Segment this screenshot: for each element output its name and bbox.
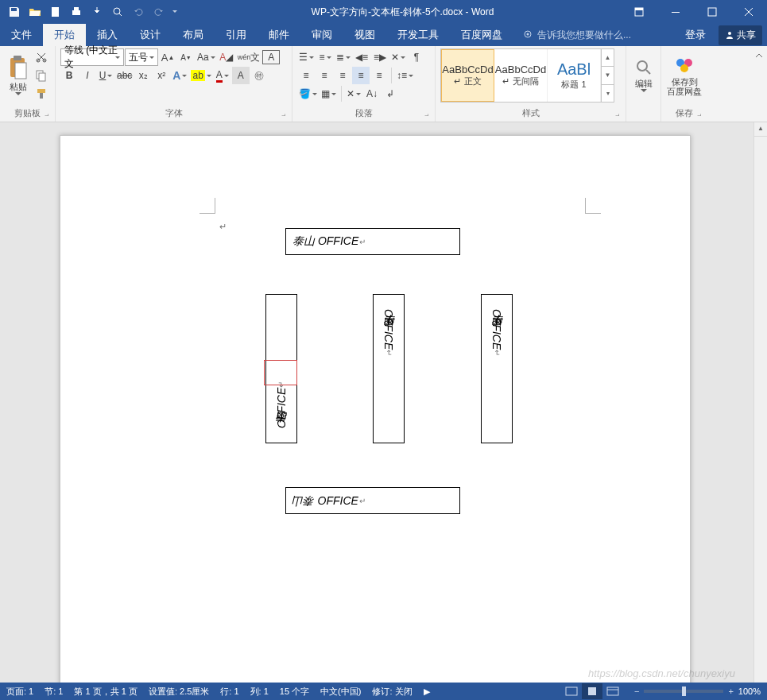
paste-button[interactable]: 粘贴 (5, 48, 31, 102)
macro-icon[interactable]: ▶ (424, 686, 430, 697)
share-button[interactable]: 共享 (719, 25, 762, 45)
qat-customize-icon[interactable] (170, 2, 180, 21)
increase-indent-icon[interactable]: ≡▶ (371, 48, 389, 66)
zoom-out-icon[interactable]: − (634, 686, 639, 696)
login-link[interactable]: 登录 (677, 28, 714, 42)
distribute-icon[interactable]: ≡ (370, 67, 388, 84)
copy-icon[interactable] (33, 67, 50, 84)
maximize-icon[interactable] (694, 0, 730, 24)
multilevel-icon[interactable]: ≣ (335, 48, 352, 66)
status-page[interactable]: 页面: 1 (6, 686, 33, 698)
numbering-icon[interactable]: ≡ (316, 48, 334, 66)
tab-mail[interactable]: 邮件 (258, 24, 300, 46)
decrease-indent-icon[interactable]: ◀≡ (353, 48, 370, 66)
style-heading1[interactable]: AaBl 标题 1 (548, 49, 601, 102)
status-track[interactable]: 修订: 关闭 (372, 686, 412, 698)
zoom-slider[interactable] (644, 690, 723, 693)
zoom-in-icon[interactable]: + (728, 686, 733, 696)
vertical-scrollbar[interactable] (753, 122, 767, 683)
text-effects-icon[interactable]: A (171, 67, 188, 84)
font-family-combo[interactable]: 等线 (中文正文 (60, 48, 124, 66)
char-border-icon[interactable]: A (262, 50, 280, 64)
svg-rect-18 (37, 89, 45, 93)
pinyin-icon[interactable]: wén文 (236, 48, 262, 66)
status-position[interactable]: 设置值: 2.5厘米 (149, 686, 209, 698)
status-lang[interactable]: 中文(中国) (320, 686, 361, 698)
gallery-down-icon[interactable]: ▼ (602, 67, 614, 84)
touch-icon[interactable] (87, 2, 107, 21)
align-right-icon[interactable]: ≡ (334, 67, 351, 84)
tab-home[interactable]: 开始 (43, 24, 86, 46)
textbox-horizontal-2[interactable]: 泰山 OFFICE↵ (285, 487, 460, 514)
reveal-formatting-icon[interactable]: ↲ (382, 85, 399, 102)
style-normal[interactable]: AaBbCcDd ↵ 正文 (441, 49, 494, 102)
subscript-button[interactable]: x₂ (134, 67, 152, 84)
tab-insert[interactable]: 插入 (86, 24, 129, 46)
read-mode-icon[interactable] (561, 683, 582, 699)
cut-icon[interactable] (33, 48, 50, 66)
collapse-ribbon-icon[interactable] (754, 49, 764, 64)
font-size-combo[interactable]: 五号 (125, 48, 158, 66)
change-case-icon[interactable]: Aa (196, 48, 217, 66)
tab-review[interactable]: 审阅 (300, 24, 343, 46)
redo-icon[interactable] (149, 2, 169, 21)
close-icon[interactable] (730, 0, 767, 24)
undo-icon[interactable] (129, 2, 148, 21)
editing-button[interactable]: 编辑 (631, 48, 656, 102)
minimize-icon[interactable] (657, 0, 694, 24)
preview-icon[interactable] (108, 2, 127, 21)
asian-layout-icon[interactable]: ✕ (389, 48, 407, 66)
tab-dev[interactable]: 开发工具 (386, 24, 450, 46)
paragraph-mark: ↵ (219, 222, 227, 232)
highlight-icon[interactable]: ab (189, 67, 212, 84)
tab-view[interactable]: 视图 (343, 24, 386, 46)
page[interactable]: ↵ 泰山 OFFICE↵ 泰山 OFFICE↵ 泰山 OFFICE↵ 泰山 OF… (60, 135, 691, 683)
status-pages[interactable]: 第 1 页，共 1 页 (74, 686, 137, 698)
tab-baidu[interactable]: 百度网盘 (450, 24, 513, 46)
web-layout-icon[interactable] (602, 683, 623, 699)
tab-layout[interactable]: 布局 (172, 24, 215, 46)
tab-references[interactable]: 引用 (215, 24, 258, 46)
snap-icon[interactable]: ✕ (345, 85, 362, 102)
status-line[interactable]: 行: 1 (220, 686, 238, 698)
tellme-box[interactable]: 告诉我您想要做什么... (523, 24, 631, 46)
char-shading-icon[interactable]: A (232, 67, 250, 84)
quickprint-icon[interactable] (67, 2, 86, 21)
zoom-level[interactable]: 100% (738, 686, 761, 696)
new-icon[interactable] (46, 2, 65, 21)
save-baidu-button[interactable]: 保存到 百度网盘 (666, 48, 703, 102)
status-col[interactable]: 列: 1 (250, 686, 269, 698)
status-section[interactable]: 节: 1 (45, 686, 63, 698)
gallery-up-icon[interactable]: ▲ (602, 49, 614, 67)
font-color-icon[interactable]: A (214, 67, 231, 84)
textbox-vertical-3[interactable]: 泰山 OFFICE↵ (481, 294, 513, 443)
svg-rect-7 (708, 8, 716, 16)
shading-icon[interactable]: 🪣 (297, 85, 319, 102)
ribbon-display-icon[interactable] (621, 0, 657, 24)
tab-file[interactable]: 文件 (0, 24, 43, 46)
textbox-horizontal-1[interactable]: 泰山 OFFICE↵ (285, 228, 460, 255)
bullets-icon[interactable]: ☰ (297, 48, 316, 66)
shrink-font-icon[interactable]: A▼ (177, 48, 195, 66)
styles-gallery[interactable]: AaBbCcDd ↵ 正文 AaBbCcDd ↵ 无间隔 AaBl 标题 1 ▲… (440, 48, 614, 102)
align-center-icon[interactable]: ≡ (316, 67, 333, 84)
sort-icon[interactable]: A↓ (363, 85, 381, 102)
open-icon[interactable] (25, 2, 45, 21)
tab-design[interactable]: 设计 (129, 24, 172, 46)
clear-format-icon[interactable]: A◢ (218, 48, 235, 66)
superscript-button[interactable]: x² (153, 67, 170, 84)
textbox-vertical-2[interactable]: 泰山 OFFICE↵ (373, 294, 405, 443)
borders-icon[interactable]: ▦ (320, 85, 338, 102)
status-chars[interactable]: 15 个字 (280, 686, 309, 698)
save-icon[interactable] (5, 2, 24, 21)
print-layout-icon[interactable] (582, 683, 602, 699)
gallery-more-icon[interactable]: ▾ (602, 85, 614, 102)
line-spacing-icon[interactable]: ↕≡ (395, 67, 415, 84)
enclose-char-icon[interactable]: ㊕ (250, 67, 268, 84)
style-nospacing[interactable]: AaBbCcDd ↵ 无间隔 (494, 49, 548, 102)
format-painter-icon[interactable] (33, 85, 50, 102)
show-marks-icon[interactable]: ¶ (408, 48, 425, 66)
grow-font-icon[interactable]: A▲ (159, 48, 176, 66)
justify-icon[interactable]: ≡ (352, 67, 370, 84)
align-left-icon[interactable]: ≡ (297, 67, 315, 84)
